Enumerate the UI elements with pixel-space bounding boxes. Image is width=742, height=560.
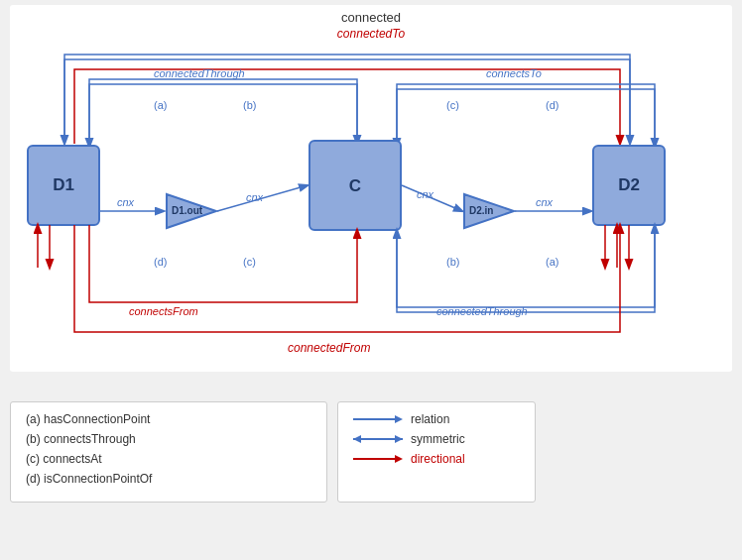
paren-a-left-top: (a) — [154, 99, 167, 111]
legend-item-d: (d) isConnectionPointOf — [26, 472, 311, 486]
relation-arrow-icon — [353, 412, 403, 426]
legend-d-text: (d) isConnectionPointOf — [26, 472, 152, 486]
cnx2-label: cnx — [246, 191, 264, 203]
connected-through-left-label: connectedThrough — [154, 67, 245, 79]
cnx1-label: cnx — [117, 196, 135, 208]
paren-d-right-top: (d) — [546, 99, 558, 111]
cnx4-label: cnx — [536, 196, 554, 208]
connects-from-left-label: connectsFrom — [129, 305, 198, 317]
paren-a-right-bot: (a) — [546, 256, 558, 268]
connected-from-label: connectedFrom — [288, 341, 370, 355]
paren-d-left-bot: (d) — [154, 256, 167, 268]
legend-b-text: (b) connectsThrough — [26, 432, 136, 446]
paren-c-left-bot: (c) — [243, 256, 256, 268]
main-container: connected connectedTo connectedThrough c… — [0, 0, 742, 560]
legend-area: (a) hasConnectionPoint (b) connectsThrou… — [10, 401, 734, 503]
connected-label: connected — [341, 10, 401, 25]
diagram-area: connected connectedTo connectedThrough c… — [0, 0, 742, 387]
legend-relation: relation — [353, 412, 520, 426]
diagram-svg: connected connectedTo connectedThrough c… — [0, 0, 742, 387]
cnx3-label: cnx — [417, 188, 434, 200]
connects-to-right-label: connectsTo — [486, 67, 542, 79]
directional-label: directional — [411, 452, 465, 466]
svg-marker-16 — [395, 455, 403, 463]
D2in-label: D2.in — [469, 205, 493, 216]
directional-arrow-icon — [353, 452, 403, 466]
D2-label: D2 — [618, 175, 640, 194]
paren-b-right-bot: (b) — [446, 256, 459, 268]
legend-symmetric: symmetric — [353, 432, 520, 446]
D1-label: D1 — [53, 175, 74, 194]
legend-left-box: (a) hasConnectionPoint (b) connectsThrou… — [10, 401, 327, 503]
symmetric-label: symmetric — [411, 432, 465, 446]
connected-to-label: connectedTo — [337, 27, 406, 41]
svg-marker-11 — [395, 415, 403, 423]
legend-right-box: relation symmetric directional — [337, 401, 536, 503]
relation-label: relation — [411, 412, 449, 426]
paren-b-left-top: (b) — [243, 99, 256, 111]
legend-item-a: (a) hasConnectionPoint — [26, 412, 311, 426]
svg-marker-14 — [395, 435, 403, 443]
legend-c-text: (c) connectsAt — [26, 452, 102, 466]
legend-item-b: (b) connectsThrough — [26, 432, 311, 446]
paren-c-right-top: (c) — [446, 99, 459, 111]
symmetric-arrow-icon — [353, 432, 403, 446]
legend-a-text: (a) hasConnectionPoint — [26, 412, 150, 426]
D1out-label: D1.out — [172, 205, 203, 216]
legend-directional: directional — [353, 452, 520, 466]
C-label: C — [349, 176, 361, 195]
legend-item-c: (c) connectsAt — [26, 452, 311, 466]
